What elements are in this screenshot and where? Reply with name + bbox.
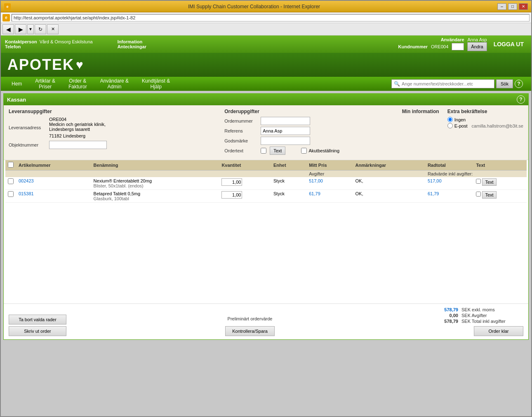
minimize-button[interactable]: – — [497, 3, 506, 10]
anvandare-label: Användare — [441, 37, 464, 42]
kundnummer-input[interactable] — [452, 43, 464, 50]
forward-button[interactable]: ▶ — [15, 24, 26, 34]
row1-mitt-pris: 517,00 — [306, 177, 353, 190]
ordertext-checkbox[interactable] — [261, 148, 266, 154]
logo-heart: ♥ — [76, 58, 83, 72]
nav-dropdown[interactable]: ▼ — [27, 24, 34, 34]
nav-anvandare-admin[interactable]: Användare &Admin — [94, 77, 135, 91]
row2-radtotal: 61,79 — [425, 190, 474, 203]
kundnummer-value: ORE004 — [431, 44, 448, 49]
form-area: Leveransuppgifter Leveransadress ORE004 … — [4, 105, 528, 160]
row2-qty-input[interactable] — [221, 191, 242, 199]
ta-bort-button[interactable]: Ta bort valda rader — [9, 315, 66, 325]
row1-radtotal: 517,00 — [425, 177, 474, 190]
referens-input[interactable] — [261, 127, 310, 135]
th-select — [5, 160, 16, 171]
exkl-moms-label: SEK exkl. moms — [461, 307, 523, 312]
row2-text-button[interactable]: Text — [482, 191, 496, 199]
bottom-area: Ta bort valda rader Skriv ut order Preli… — [4, 303, 528, 339]
godsmärke-input[interactable] — [261, 137, 310, 145]
ordernummer-input[interactable] — [261, 117, 310, 125]
row1-anmarkningar: OK, — [353, 177, 425, 190]
order-klar-button[interactable]: Order klar — [474, 326, 523, 336]
kassan-title: Kassan — [7, 97, 26, 103]
search-area: 🔍 Sök ? — [177, 79, 527, 88]
address-bar: e — [1, 12, 531, 23]
row1-artikelnummer: 002423 — [16, 177, 91, 190]
objektnummer-input[interactable] — [49, 141, 107, 149]
order-table-container: Artikelnummer Benämning Kvantitet Enhet … — [4, 160, 528, 203]
andra-button[interactable]: Ändra — [467, 42, 487, 51]
row1-checkbox[interactable] — [8, 178, 14, 184]
row2-text-checkbox[interactable] — [476, 192, 481, 197]
epost-radio[interactable] — [447, 123, 453, 128]
row2-benamning: Betapred Tablett 0,5mg Glasburk, 100tabl — [91, 190, 219, 203]
row1-text-button[interactable]: Text — [482, 178, 496, 186]
row1-article-link[interactable]: 002423 — [19, 178, 34, 183]
sub-radvarde: Radvärde inkl avgifter: — [425, 171, 527, 178]
kassan-help-icon[interactable]: ? — [517, 95, 525, 104]
ingen-radio[interactable] — [447, 117, 453, 122]
exkl-moms-row: 578,79 SEK exkl. moms — [433, 307, 523, 312]
address-input[interactable] — [12, 14, 530, 21]
bottom-center: Preliminärt ordervärde Kontrollera/Spara — [225, 316, 275, 336]
refresh-button[interactable]: ↻ — [35, 24, 46, 34]
th-benamning: Benämning — [91, 160, 219, 171]
app-icon: e — [6, 5, 8, 9]
row2-checkbox[interactable] — [8, 191, 14, 197]
window-controls: – □ ✕ — [497, 3, 528, 10]
nav-kundtjanst-hjalp[interactable]: Kundtjänst &Hjälp — [135, 77, 177, 91]
th-anmarkningar: Anmärkningar — [353, 160, 425, 171]
information-label: Information — [118, 39, 398, 44]
logga-ut-button[interactable]: LOGGA UT — [490, 39, 527, 49]
objektnummer-row: Objektnummer — [9, 141, 208, 149]
row1-benamning: Nexium® Enterotablett 20mg Blister, 50x1… — [91, 177, 219, 190]
restore-button[interactable]: □ — [508, 3, 517, 10]
th-kvantitet: Kvantitet — [219, 160, 271, 171]
nav-order-fakturor[interactable]: Order &Fakturor — [62, 77, 94, 91]
ingen-radio-row: Ingen — [447, 117, 523, 122]
row2-artikelnummer: 015381 — [16, 190, 91, 203]
help-icon[interactable]: ? — [515, 80, 523, 88]
action-buttons-row: Kontrollera/Spara — [225, 326, 275, 336]
select-all-checkbox[interactable] — [8, 162, 14, 168]
row1-benamning-line2: Blister, 50x1tabl. (endos) — [94, 183, 217, 188]
row1-text-checkbox[interactable] — [476, 179, 481, 184]
row2-article-link[interactable]: 015381 — [19, 191, 34, 196]
ordertext-text-button[interactable]: Text — [270, 147, 285, 155]
kundnummer-label: Kundnummer — [398, 44, 428, 49]
row1-qty-input[interactable] — [221, 178, 242, 186]
kassan-header: Kassan ? — [4, 94, 528, 105]
leveransadress-label: Leveransadress — [9, 125, 46, 130]
browser-logo: e — [2, 14, 10, 21]
sub-avgifter: Avgifter — [306, 171, 353, 178]
back-button[interactable]: ◀ — [2, 24, 14, 34]
address-line2: Medicin och geriatrisk klinik, — [49, 122, 106, 127]
total-row: 578,79 SEK Total inkl avgifter — [433, 319, 523, 324]
logo-text: APOTEK — [7, 56, 74, 73]
search-button[interactable]: Sök — [496, 79, 513, 88]
title-bar: e IMI Supply Chain Customer Collaboratio… — [1, 1, 531, 12]
search-icon: 🔍 — [394, 81, 400, 87]
prelim-row: Preliminärt ordervärde — [228, 316, 273, 321]
row2-select — [5, 190, 16, 203]
row2-enhet: Styck — [271, 190, 306, 203]
browser-nav-bar: ◀ ▶ ▼ ↻ ✕ — [1, 23, 531, 36]
header-info-section: Information Anteckningar — [93, 39, 398, 49]
stop-button[interactable]: ✕ — [47, 24, 59, 34]
table-row: 015381 Betapred Tablett 0,5mg Glasburk, … — [5, 190, 527, 203]
search-input[interactable] — [391, 79, 494, 88]
nav-hem[interactable]: Hem — [5, 77, 28, 91]
close-button[interactable]: ✕ — [519, 3, 528, 10]
skriv-ut-button[interactable]: Skriv ut order — [9, 326, 66, 336]
address-line1: ORE004 — [49, 117, 106, 122]
akutbestallning-checkbox[interactable] — [301, 148, 307, 154]
kontrollera-button[interactable]: Kontrollera/Spara — [225, 326, 275, 336]
th-text: Text — [473, 160, 527, 171]
page-content: Kassan ? Leveransuppgifter Leveransadres… — [1, 91, 531, 416]
row2-radtotal-value: 61,79 — [428, 191, 439, 196]
nav-artiklar-priser[interactable]: Artiklar &Priser — [28, 77, 62, 91]
sub-empty — [353, 171, 425, 178]
kassan-panel: Kassan ? Leveransuppgifter Leveransadres… — [3, 93, 529, 340]
kontaktperson-label: Kontaktperson — [5, 39, 37, 44]
